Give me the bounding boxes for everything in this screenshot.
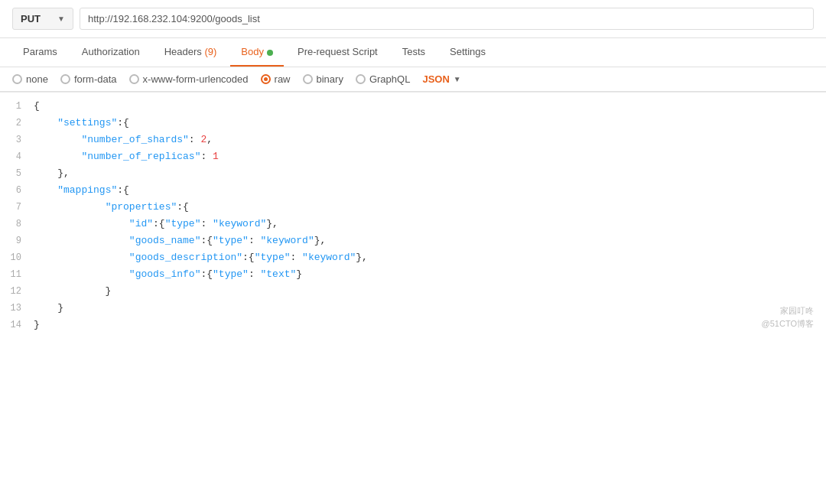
radio-label-form-data: form-data (74, 73, 117, 85)
line-content-11: "goods_info":{"type": "text"} (31, 267, 826, 283)
tabs-bar: ParamsAuthorizationHeaders (9)BodyPre-re… (0, 38, 826, 67)
line-content-1: { (31, 99, 826, 115)
radio-label-x-www-form-urlencoded: x-www-form-urlencoded (143, 73, 249, 85)
radio-binary[interactable]: binary (303, 73, 343, 85)
line-number-10: 10 (0, 250, 31, 265)
code-line-2: 2 "settings":{ (0, 115, 826, 132)
tab-badge-headers: (9) (202, 46, 217, 57)
code-line-14: 14} (0, 317, 826, 334)
tab-label-authorization: Authorization (82, 46, 140, 57)
line-content-5: }, (31, 166, 826, 182)
url-bar: PUT ▼ (0, 0, 826, 38)
tab-label-headers: Headers (164, 46, 202, 57)
radio-x-www-form-urlencoded[interactable]: x-www-form-urlencoded (129, 73, 249, 85)
line-number-7: 7 (0, 200, 31, 215)
method-chevron: ▼ (57, 15, 65, 23)
code-line-8: 8 "id":{"type": "keyword"}, (0, 216, 826, 233)
method-select[interactable]: PUT ▼ (12, 8, 73, 30)
json-label: JSON (422, 73, 449, 85)
line-number-9: 9 (0, 233, 31, 249)
radio-raw[interactable]: raw (261, 73, 291, 85)
line-number-1: 1 (0, 99, 31, 114)
radio-circle-form-data (60, 74, 70, 84)
body-types-bar: noneform-datax-www-form-urlencodedrawbin… (0, 67, 826, 92)
tab-label-pre-request-script: Pre-request Script (298, 46, 378, 57)
line-content-4: "number_of_replicas": 1 (31, 149, 826, 165)
radio-none[interactable]: none (12, 73, 48, 85)
tab-dot-body (267, 50, 273, 56)
tab-tests[interactable]: Tests (392, 38, 436, 67)
method-label: PUT (21, 13, 41, 24)
code-line-1: 1{ (0, 99, 826, 115)
radio-label-none: none (26, 73, 48, 85)
line-number-11: 11 (0, 267, 31, 282)
code-line-4: 4 "number_of_replicas": 1 (0, 149, 826, 166)
line-number-13: 13 (0, 301, 31, 316)
line-content-6: "mappings":{ (31, 183, 826, 199)
radio-label-raw: raw (275, 73, 291, 85)
line-content-12: } (31, 284, 826, 300)
tab-body[interactable]: Body (230, 38, 284, 67)
code-line-12: 12 } (0, 284, 826, 301)
radio-label-graphql: GraphQL (369, 73, 410, 85)
code-editor[interactable]: 1{2 "settings":{3 "number_of_shards": 2,… (0, 92, 826, 340)
radio-circle-graphql (356, 74, 366, 84)
code-line-9: 9 "goods_name":{"type": "keyword"}, (0, 233, 826, 250)
radio-circle-none (12, 74, 22, 84)
radio-circle-raw (261, 74, 271, 84)
line-number-12: 12 (0, 284, 31, 299)
watermark-line2: @51CTO博客 (762, 317, 814, 330)
tab-params[interactable]: Params (12, 38, 68, 67)
json-format-selector[interactable]: JSON ▼ (422, 73, 460, 85)
code-line-13: 13 } (0, 301, 826, 317)
code-line-7: 7 "properties":{ (0, 200, 826, 216)
line-number-2: 2 (0, 115, 31, 131)
radio-circle-binary (303, 74, 313, 84)
line-number-8: 8 (0, 216, 31, 232)
watermark: 家园叮咚 @51CTO博客 (762, 304, 814, 330)
line-number-5: 5 (0, 166, 31, 181)
code-line-11: 11 "goods_info":{"type": "text"} (0, 267, 826, 284)
line-content-3: "number_of_shards": 2, (31, 132, 826, 148)
radio-circle-x-www-form-urlencoded (129, 74, 139, 84)
line-number-3: 3 (0, 132, 31, 148)
tab-label-settings: Settings (450, 46, 486, 57)
radio-label-binary: binary (317, 73, 343, 85)
code-line-6: 6 "mappings":{ (0, 183, 826, 200)
line-content-10: "goods_description":{"type": "keyword"}, (31, 250, 826, 266)
code-line-5: 5 }, (0, 166, 826, 183)
tab-pre-request-script[interactable]: Pre-request Script (287, 38, 389, 67)
tab-authorization[interactable]: Authorization (71, 38, 151, 67)
code-editor-container: 1{2 "settings":{3 "number_of_shards": 2,… (0, 92, 826, 340)
json-dropdown-arrow: ▼ (454, 75, 461, 83)
line-content-13: } (31, 301, 826, 317)
line-content-7: "properties":{ (31, 200, 826, 216)
url-input[interactable] (80, 8, 814, 30)
tab-label-tests: Tests (402, 46, 425, 57)
watermark-line1: 家园叮咚 (762, 304, 814, 317)
line-number-14: 14 (0, 317, 31, 333)
radio-graphql[interactable]: GraphQL (356, 73, 410, 85)
tab-label-params: Params (23, 46, 57, 57)
code-line-3: 3 "number_of_shards": 2, (0, 132, 826, 149)
line-content-2: "settings":{ (31, 115, 826, 132)
tab-label-body: Body (241, 46, 264, 57)
line-content-14: } (31, 317, 826, 333)
line-content-9: "goods_name":{"type": "keyword"}, (31, 233, 826, 249)
tab-headers[interactable]: Headers (9) (154, 38, 228, 67)
code-line-10: 10 "goods_description":{"type": "keyword… (0, 250, 826, 267)
tab-settings[interactable]: Settings (439, 38, 496, 67)
line-number-4: 4 (0, 149, 31, 164)
line-content-8: "id":{"type": "keyword"}, (31, 216, 826, 232)
radio-form-data[interactable]: form-data (60, 73, 117, 85)
line-number-6: 6 (0, 183, 31, 198)
